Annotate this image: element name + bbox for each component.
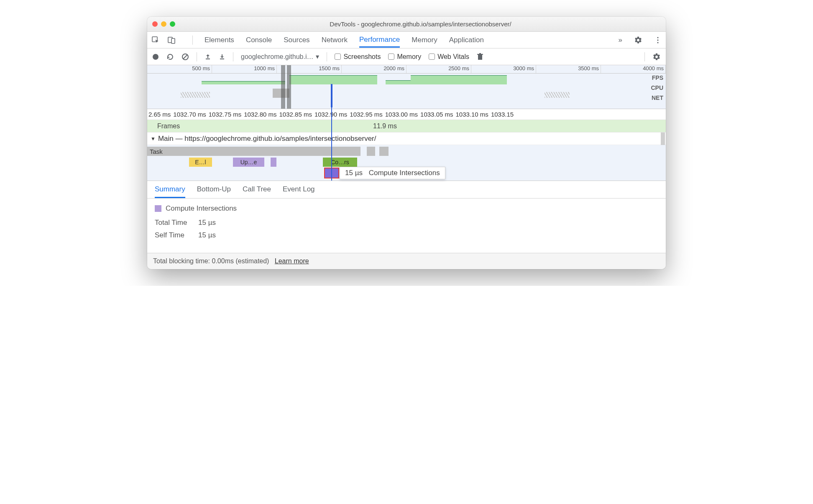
flame-event[interactable]: Up…e	[233, 158, 264, 167]
devtools-window: DevTools - googlechrome.github.io/sample…	[147, 17, 666, 269]
fps-chart	[147, 74, 651, 84]
frames-value: 11.9 ms	[373, 122, 397, 130]
flame-task-small[interactable]	[379, 147, 389, 156]
checkbox-icon	[388, 53, 394, 60]
detail-tabs: Summary Bottom-Up Call Tree Event Log	[147, 181, 666, 199]
tick: 1032.85 ms	[278, 109, 313, 120]
dtab-bottom-up[interactable]: Bottom-Up	[197, 185, 231, 198]
self-time-value: 15 µs	[198, 231, 216, 239]
tab-application[interactable]: Application	[449, 33, 484, 48]
capture-settings-icon[interactable]	[652, 53, 661, 61]
brush-handle-left[interactable]	[281, 65, 285, 109]
self-time-label: Self Time	[155, 231, 192, 239]
tab-performance[interactable]: Performance	[359, 32, 400, 48]
upload-icon[interactable]	[205, 53, 211, 60]
clear-icon[interactable]	[182, 53, 189, 61]
reload-icon[interactable]	[166, 53, 174, 61]
blocking-time-text: Total blocking time: 0.00ms (estimated)	[153, 257, 269, 265]
screenshots-toggle[interactable]: Screenshots	[335, 53, 381, 61]
separator	[327, 52, 327, 61]
tick: 4000 ms	[601, 65, 666, 73]
flame-task-small[interactable]	[367, 147, 375, 156]
tick: 1033.00 ms	[384, 109, 419, 120]
tick: 3000 ms	[471, 65, 536, 73]
summary-event-name: Compute Intersections	[166, 204, 237, 213]
flame-event[interactable]: Co…rs	[323, 158, 357, 167]
settings-icon[interactable]	[634, 36, 642, 44]
flame-chart[interactable]: Task E…l Up…e Co…rs 15 µs Compute Inters…	[147, 145, 666, 181]
tick: 1033.05 ms	[419, 109, 454, 120]
dtab-event-log[interactable]: Event Log	[283, 185, 315, 198]
flame-task[interactable]: Task	[147, 147, 360, 156]
kebab-menu-icon[interactable]	[654, 36, 662, 44]
svg-rect-12	[477, 54, 483, 55]
tick: 1033.10 ms	[454, 109, 489, 120]
cpu-chart	[147, 88, 651, 98]
svg-point-4	[657, 39, 658, 41]
frames-label: Frames	[147, 122, 180, 130]
summary-pane: Compute Intersections Total Time 15 µs S…	[147, 199, 666, 253]
svg-point-6	[153, 54, 159, 60]
close-icon[interactable]	[152, 21, 158, 27]
record-icon[interactable]	[152, 53, 159, 60]
overview-track-labels: FPS CPU NET	[651, 74, 663, 101]
titlebar: DevTools - googlechrome.github.io/sample…	[147, 17, 666, 32]
tick: 1032.80 ms	[243, 109, 278, 120]
svg-point-3	[657, 37, 658, 38]
tooltip-name: Compute Intersections	[369, 169, 440, 177]
time-marker[interactable]	[331, 107, 332, 181]
memory-toggle[interactable]: Memory	[388, 53, 421, 61]
tick: 1033.15	[490, 109, 515, 120]
window-title: DevTools - googlechrome.github.io/sample…	[180, 20, 661, 28]
fps-label: FPS	[651, 74, 663, 81]
profile-url: googlechrome.github.i…	[241, 53, 313, 61]
separator	[233, 52, 233, 61]
more-tabs-icon[interactable]: »	[619, 33, 622, 48]
flame-event[interactable]: E…l	[189, 158, 212, 167]
flame-event[interactable]	[271, 158, 276, 167]
summary-self-time: Self Time 15 µs	[155, 231, 658, 239]
screenshots-label: Screenshots	[343, 53, 381, 61]
dtab-summary[interactable]: Summary	[155, 185, 185, 198]
cpu-label: CPU	[651, 84, 663, 91]
separator	[197, 52, 197, 61]
tab-console[interactable]: Console	[246, 33, 272, 48]
tick: 1032.75 ms	[207, 109, 243, 120]
webvitals-toggle[interactable]: Web Vitals	[429, 53, 469, 61]
checkbox-icon	[429, 53, 435, 60]
tick: 2.65 ms	[147, 109, 172, 120]
svg-rect-11	[478, 55, 482, 60]
dtab-call-tree[interactable]: Call Tree	[243, 185, 271, 198]
tooltip-duration: 15 µs	[345, 169, 363, 177]
minimize-icon[interactable]	[161, 21, 166, 27]
inspect-element-icon[interactable]	[151, 36, 160, 44]
tick: 1032.95 ms	[348, 109, 383, 120]
device-toggle-icon[interactable]	[167, 36, 176, 44]
overview-timeline[interactable]: 500 ms 1000 ms 1500 ms 2000 ms 2500 ms 3…	[147, 65, 666, 109]
tab-network[interactable]: Network	[322, 33, 348, 48]
maximize-icon[interactable]	[170, 21, 175, 27]
category-swatch-icon	[155, 205, 161, 212]
tab-sources[interactable]: Sources	[284, 33, 309, 48]
overview-ruler: 500 ms 1000 ms 1500 ms 2000 ms 2500 ms 3…	[147, 65, 666, 74]
detail-ruler: 2.65 ms 1032.70 ms 1032.75 ms 1032.80 ms…	[147, 109, 666, 120]
svg-rect-2	[171, 38, 175, 43]
profile-selector[interactable]: googlechrome.github.i… ▾	[241, 53, 319, 61]
tab-elements[interactable]: Elements	[205, 33, 234, 48]
svg-rect-9	[206, 59, 210, 59]
brush-handle-right[interactable]	[287, 65, 291, 109]
flame-tooltip: 15 µs Compute Intersections	[340, 167, 445, 179]
learn-more-link[interactable]: Learn more	[275, 257, 309, 265]
download-icon[interactable]	[219, 53, 225, 60]
dropdown-icon: ▾	[316, 53, 319, 61]
trash-icon[interactable]	[477, 53, 483, 61]
svg-rect-13	[479, 53, 481, 54]
traffic-lights	[152, 21, 175, 27]
separator	[644, 52, 645, 61]
main-tabs: Elements Console Sources Network Perform…	[147, 32, 666, 48]
svg-point-5	[657, 42, 658, 43]
main-thread-header[interactable]: ▼ Main — https://googlechrome.github.io/…	[147, 132, 666, 145]
frames-track[interactable]: Frames 11.9 ms	[147, 120, 666, 132]
tick: 3500 ms	[536, 65, 601, 73]
tab-memory[interactable]: Memory	[412, 33, 437, 48]
